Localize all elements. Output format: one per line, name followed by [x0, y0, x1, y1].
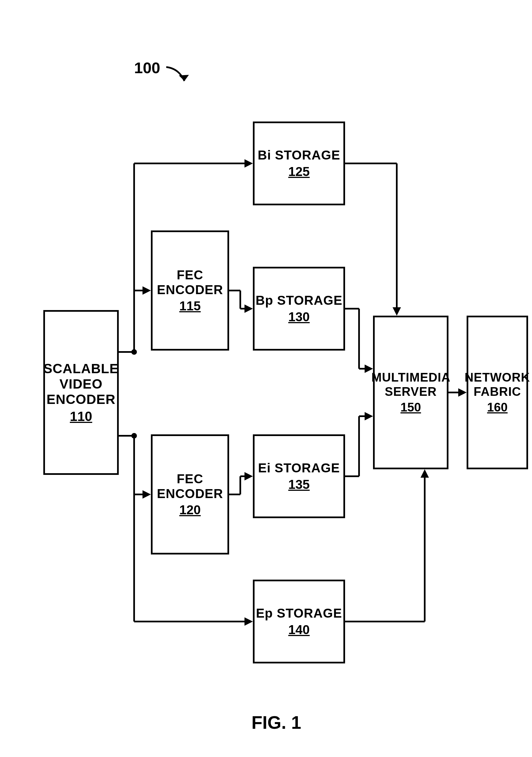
- diagram-canvas: 100 SCALABLE VIDEO ENCODER 110 FEC ENCOD…: [0, 0, 532, 757]
- block-fec-encoder-115: FEC ENCODER 115: [151, 230, 229, 350]
- block-number: 150: [400, 400, 421, 414]
- svg-marker-20: [244, 304, 253, 313]
- block-number: 125: [288, 164, 310, 179]
- block-number: 110: [70, 409, 92, 424]
- block-title: NETWORK FABRIC: [465, 370, 530, 399]
- svg-marker-13: [244, 617, 253, 626]
- block-multimedia-server: MULTIMEDIA SERVER 150: [373, 316, 449, 469]
- block-title: SCALABLE VIDEO ENCODER: [43, 361, 118, 407]
- block-title: Bp STORAGE: [256, 293, 343, 308]
- block-title: MULTIMEDIA SERVER: [371, 370, 450, 399]
- block-number: 135: [288, 477, 310, 492]
- block-number: 130: [288, 310, 310, 324]
- block-title: Ep STORAGE: [256, 606, 342, 621]
- block-title: Ei STORAGE: [258, 461, 340, 475]
- svg-marker-24: [244, 472, 253, 480]
- block-title: FEC ENCODER: [153, 471, 228, 501]
- block-title: Bi STORAGE: [258, 148, 340, 163]
- svg-marker-27: [392, 307, 401, 316]
- diagram-id: 100: [134, 59, 160, 77]
- block-network-fabric: NETWORK FABRIC 160: [467, 316, 528, 469]
- block-bi-storage: Bi STORAGE 125: [253, 122, 345, 205]
- block-number: 160: [487, 400, 507, 414]
- block-ep-storage: Ep STORAGE 140: [253, 580, 345, 663]
- block-bp-storage: Bp STORAGE 130: [253, 267, 345, 350]
- svg-point-1: [131, 349, 137, 355]
- svg-marker-38: [421, 469, 429, 478]
- block-number: 120: [179, 502, 201, 517]
- block-fec-encoder-120: FEC ENCODER 120: [151, 434, 229, 555]
- block-number: 115: [179, 299, 201, 314]
- svg-marker-16: [142, 490, 151, 499]
- svg-marker-35: [365, 412, 373, 420]
- svg-marker-0: [179, 75, 189, 81]
- svg-marker-5: [244, 159, 253, 167]
- block-title: FEC ENCODER: [153, 268, 228, 297]
- block-number: 140: [288, 622, 310, 637]
- block-ei-storage: Ei STORAGE 135: [253, 434, 345, 518]
- figure-label: FIG. 1: [251, 712, 301, 733]
- svg-marker-8: [142, 286, 151, 295]
- svg-point-9: [131, 433, 137, 439]
- block-scalable-video-encoder: SCALABLE VIDEO ENCODER 110: [43, 310, 119, 475]
